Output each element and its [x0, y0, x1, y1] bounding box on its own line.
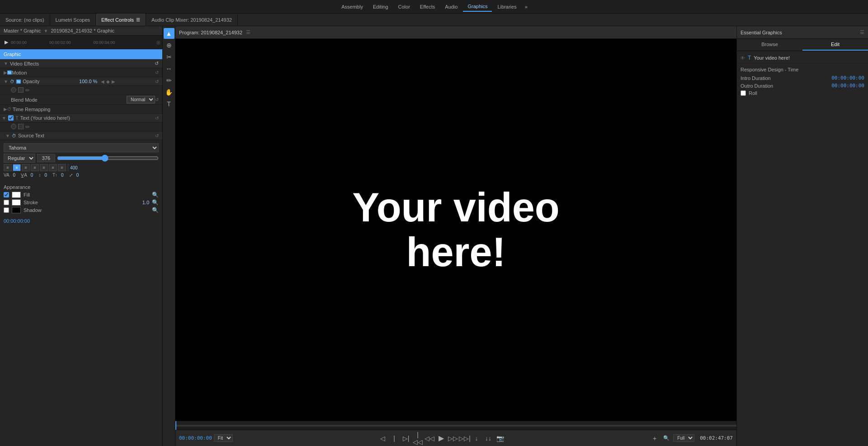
font-select[interactable]: Tahoma — [4, 143, 159, 152]
monitor-header: Program: 20190824_214932 ☰ — [175, 26, 736, 39]
eg-tab-browse[interactable]: Browse — [737, 39, 802, 51]
style-select[interactable]: Regular — [4, 154, 35, 163]
zoom-icon[interactable]: 🔍 — [663, 435, 670, 441]
tab-audio-clip-mixer[interactable]: Audio Clip Mixer: 20190824_214932 — [146, 14, 238, 26]
tool-pen[interactable]: ✏ — [164, 75, 175, 86]
time-remapping-row[interactable]: ▶ ⏱ Time Remapping — [0, 105, 162, 114]
font-size-input[interactable] — [37, 154, 55, 162]
more-workspaces[interactable]: » — [521, 2, 531, 11]
fill-checkbox[interactable] — [4, 192, 9, 197]
tab-effect-controls[interactable]: Effect Controls ☰ — [96, 14, 146, 26]
opacity-keyframe-prev[interactable]: ◀ — [101, 79, 104, 84]
reset-blend[interactable]: ↺ — [155, 97, 159, 102]
tool-type[interactable]: T — [164, 99, 175, 109]
opacity-keyframe-add[interactable]: ◆ — [106, 79, 110, 84]
opacity-expand[interactable]: ▼ — [4, 79, 8, 84]
reset-text-layer[interactable]: ↺ — [155, 116, 159, 121]
tab-source[interactable]: Source: (no clips) — [0, 14, 50, 26]
reset-source-text[interactable]: ↺ — [155, 133, 159, 138]
text-pen[interactable]: ✏ — [25, 124, 30, 130]
nav-libraries[interactable]: Libraries — [493, 2, 521, 11]
monitor-duration: 00:02:47:07 — [700, 435, 733, 441]
tool-ripple[interactable]: ✂ — [164, 52, 175, 62]
btn-mark-in[interactable]: ◁ — [377, 433, 387, 443]
leading-value: 0 — [44, 173, 47, 178]
align-right[interactable]: ≡ — [22, 164, 30, 171]
btn-overwrite[interactable]: ↓↓ — [483, 433, 493, 443]
align-center[interactable]: ≡ — [13, 164, 21, 171]
tab-lumetri[interactable]: Lumetri Scopes — [50, 14, 96, 26]
btn-insert[interactable]: ↓ — [472, 433, 481, 443]
fill-eyedropper[interactable]: 🔍 — [152, 192, 159, 198]
tool-razor[interactable]: ↔ — [164, 63, 175, 74]
video-effects-expand[interactable]: ▼ — [4, 61, 8, 66]
btn-export-frame[interactable]: 📷 — [495, 433, 505, 443]
ec-scroll-end[interactable]: ◎ — [156, 40, 160, 45]
stroke-checkbox[interactable] — [4, 200, 9, 205]
nav-graphics[interactable]: Graphics — [463, 2, 492, 12]
blend-mode-select[interactable]: Normal — [127, 96, 155, 103]
stroke-eyedropper[interactable]: 🔍 — [152, 199, 159, 206]
btn-go-in[interactable]: |◁◁ — [413, 433, 423, 443]
monitor-timeline[interactable] — [175, 421, 736, 430]
nav-effects[interactable]: Effects — [415, 2, 439, 11]
eg-content: 👁 T Your video here! Responsive Design -… — [737, 51, 868, 446]
align-justify-center[interactable]: ≡ — [40, 164, 48, 171]
btn-add-marker[interactable]: + — [650, 433, 660, 443]
shadow-eyedropper[interactable]: 🔍 — [152, 207, 159, 213]
play-btn-ec[interactable]: ▶ — [2, 39, 11, 45]
btn-mark-clip[interactable]: ▷| — [401, 433, 411, 443]
tool-track-select[interactable]: ⊕ — [164, 40, 175, 51]
roll-checkbox[interactable] — [741, 90, 746, 96]
tab-menu-icon[interactable]: ☰ — [136, 17, 140, 22]
btn-step-forward[interactable]: ▷▷ — [448, 433, 458, 443]
shadow-color-swatch[interactable] — [12, 207, 21, 213]
opacity-keyframe-next[interactable]: ▶ — [112, 79, 115, 84]
text-visibility-check[interactable] — [8, 115, 14, 121]
outro-duration-value[interactable]: 00:00:00:00 — [831, 83, 864, 89]
source-text-expand[interactable]: ▼ — [5, 133, 10, 138]
motion-expand[interactable]: ▶ — [4, 70, 7, 75]
eg-layer-row[interactable]: 👁 T Your video here! — [737, 53, 868, 63]
btn-mark-out[interactable]: | — [389, 433, 399, 443]
reset-opacity[interactable]: ↺ — [155, 79, 159, 84]
shadow-checkbox[interactable] — [4, 207, 9, 213]
reset-effects-btn[interactable]: ↺ — [155, 61, 159, 66]
fit-select[interactable]: Fit — [214, 434, 233, 442]
master-dropdown-icon[interactable]: ▼ — [44, 28, 48, 33]
monitor-menu-btn[interactable]: ☰ — [246, 29, 250, 35]
align-left[interactable]: ≡ — [4, 164, 12, 171]
font-size-slider[interactable] — [57, 155, 159, 162]
text-expand[interactable]: ▼ — [2, 116, 6, 121]
eg-menu-btn[interactable]: ☰ — [860, 29, 864, 35]
reset-motion[interactable]: ↺ — [155, 70, 159, 75]
intro-duration-value[interactable]: 00:00:00:00 — [831, 75, 864, 81]
eg-visibility-icon[interactable]: 👁 — [741, 56, 745, 61]
opacity-pen[interactable]: ✏ — [25, 87, 30, 94]
nav-editing[interactable]: Editing — [368, 2, 393, 11]
nav-color[interactable]: Color — [394, 2, 415, 11]
btn-play[interactable]: ▶ — [436, 433, 446, 443]
btn-go-out[interactable]: ▷▷| — [460, 433, 470, 443]
nav-assembly[interactable]: Assembly — [337, 2, 368, 11]
btn-step-back[interactable]: ◁◁ — [425, 433, 434, 443]
time-remap-expand[interactable]: ▶ — [4, 107, 7, 112]
graphic-clip-bar[interactable]: Graphic — [0, 49, 162, 59]
source-text-stopwatch[interactable]: ⏱ — [12, 133, 16, 138]
fill-color-swatch[interactable] — [12, 192, 21, 198]
nav-audio[interactable]: Audio — [440, 2, 462, 11]
align-justify-right[interactable]: ≡ — [49, 164, 57, 171]
video-effects-section[interactable]: ▼ Video Effects ↺ — [0, 59, 162, 68]
source-text-section[interactable]: ▼ ⏱ Source Text ↺ — [0, 131, 162, 140]
align-justify-full[interactable]: ≡ — [58, 164, 66, 171]
motion-property[interactable]: ▶ fx Motion ↺ — [0, 68, 162, 77]
align-justify-left[interactable]: ≡ — [31, 164, 39, 171]
eg-tab-edit[interactable]: Edit — [802, 39, 868, 51]
opacity-section[interactable]: ▼ ⏱ fx Opacity 100.0 % ◀ ◆ ▶ ↺ — [0, 77, 162, 86]
text-layer-section[interactable]: ▼ T Text (Your video here!) ↺ — [0, 114, 162, 122]
stroke-color-swatch[interactable] — [12, 199, 21, 206]
resolution-select[interactable]: Full — [673, 434, 694, 442]
tool-hand[interactable]: ✋ — [164, 87, 175, 98]
opacity-stopwatch[interactable]: ⏱ — [10, 79, 14, 84]
tool-selection[interactable]: ▲ — [164, 28, 175, 39]
